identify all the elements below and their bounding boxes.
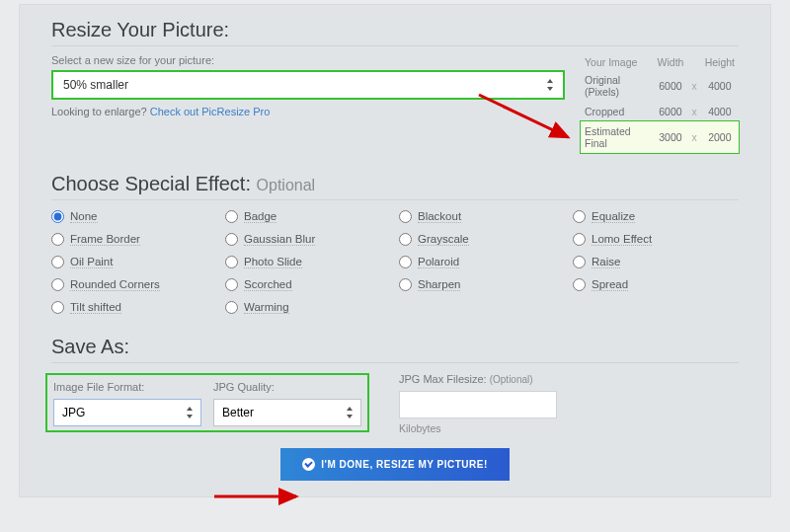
- effect-radio[interactable]: [51, 256, 64, 268]
- dim-label: Estimated Final: [581, 121, 654, 153]
- resize-heading: Resize Your Picture:: [51, 19, 739, 46]
- format-value: JPG: [62, 406, 85, 419]
- effect-radio[interactable]: [51, 233, 64, 246]
- annotation-arrow-icon: [209, 485, 308, 508]
- dim-width: 3000: [654, 121, 688, 153]
- effect-radio[interactable]: [225, 278, 238, 291]
- effect-radio[interactable]: [399, 256, 412, 268]
- size-select[interactable]: 50% smaller: [51, 70, 565, 100]
- effect-option: Sharpen: [399, 278, 565, 291]
- quality-select[interactable]: Better: [213, 399, 361, 426]
- effect-label: Tilt shifted: [70, 301, 121, 314]
- dim-x: x: [687, 102, 700, 121]
- dim-label: Original (Pixels): [581, 70, 654, 102]
- effect-radio[interactable]: [573, 278, 586, 291]
- effect-radio[interactable]: [573, 256, 586, 268]
- table-row: Original (Pixels) 6000 x 4000: [581, 70, 739, 102]
- caret-updown-icon: [347, 407, 353, 418]
- effect-label: Badge: [244, 210, 276, 223]
- dim-height: 2000: [701, 121, 739, 153]
- dim-width: 6000: [654, 102, 688, 121]
- effect-radio[interactable]: [51, 210, 64, 223]
- caret-updown-icon: [547, 79, 553, 91]
- effects-heading-text: Choose Special Effect:: [51, 173, 251, 194]
- dim-col-width: Width: [654, 54, 688, 70]
- effect-radio[interactable]: [573, 210, 586, 223]
- effect-label: Raise: [592, 256, 620, 268]
- effect-radio[interactable]: [51, 278, 64, 291]
- effect-radio[interactable]: [399, 278, 412, 291]
- effect-option: Oil Paint: [51, 256, 217, 268]
- enlarge-link[interactable]: Check out PicResize Pro: [150, 106, 271, 117]
- effect-option: Equalize: [573, 210, 739, 223]
- effect-label: Grayscale: [418, 233, 469, 246]
- table-row: Cropped 6000 x 4000: [581, 102, 739, 121]
- resize-page: Resize Your Picture: Select a new size f…: [19, 4, 771, 497]
- save-highlight-box: Image File Format: JPG JPG Quality: Bett…: [45, 373, 369, 432]
- effect-radio[interactable]: [225, 210, 238, 223]
- dim-col-height: Height: [701, 54, 739, 70]
- effect-option: None: [51, 210, 217, 223]
- check-circle-icon: [302, 458, 315, 471]
- dim-width: 6000: [654, 70, 688, 102]
- kilobytes-label: Kilobytes: [399, 422, 557, 434]
- effect-radio[interactable]: [225, 301, 238, 314]
- effects-heading: Choose Special Effect: Optional: [51, 173, 739, 200]
- effect-radio[interactable]: [399, 210, 412, 223]
- size-select-value: 50% smaller: [63, 78, 128, 92]
- effect-option: Gaussian Blur: [225, 233, 391, 246]
- format-label: Image File Format:: [53, 381, 201, 393]
- dim-x: x: [687, 70, 700, 102]
- maxsize-optional: (Optional): [490, 374, 533, 385]
- table-row-estimated: Estimated Final 3000 x 2000: [581, 121, 739, 153]
- effect-option: Badge: [225, 210, 391, 223]
- effect-label: Equalize: [592, 210, 635, 223]
- effect-label: Warming: [244, 301, 289, 314]
- effects-optional: Optional: [257, 177, 316, 193]
- dim-height: 4000: [701, 102, 739, 121]
- effect-option: Tilt shifted: [51, 301, 217, 314]
- effect-option: Lomo Effect: [573, 233, 739, 246]
- effect-label: Photo Slide: [244, 256, 302, 268]
- effect-option: Warming: [225, 301, 391, 314]
- size-select-label: Select a new size for your picture:: [51, 54, 565, 66]
- quality-label: JPG Quality:: [213, 381, 361, 393]
- save-heading: Save As:: [51, 336, 739, 363]
- effect-option: Photo Slide: [225, 256, 391, 268]
- effect-label: Lomo Effect: [592, 233, 652, 246]
- effect-option: Blackout: [399, 210, 565, 223]
- caret-updown-icon: [187, 407, 193, 418]
- effect-label: Polaroid: [418, 256, 459, 268]
- effect-option: Frame Border: [51, 233, 217, 246]
- dim-x: x: [687, 121, 700, 153]
- submit-button-text: I'M DONE, RESIZE MY PICTURE!: [321, 459, 487, 470]
- effect-label: None: [70, 210, 98, 223]
- dimensions-table: Your Image Width Height Original (Pixels…: [581, 54, 739, 153]
- effect-radio[interactable]: [51, 301, 64, 314]
- effect-label: Oil Paint: [70, 256, 113, 268]
- dim-label: Cropped: [581, 102, 654, 121]
- effect-option: Raise: [573, 256, 739, 268]
- resize-submit-button[interactable]: I'M DONE, RESIZE MY PICTURE!: [280, 448, 509, 481]
- dim-col-image: Your Image: [581, 54, 654, 70]
- effect-label: Sharpen: [418, 278, 460, 291]
- effect-radio[interactable]: [225, 256, 238, 268]
- quality-value: Better: [222, 406, 254, 419]
- effect-radio[interactable]: [573, 233, 586, 246]
- effect-radio[interactable]: [399, 233, 412, 246]
- effect-option: Spread: [573, 278, 739, 291]
- dim-height: 4000: [701, 70, 739, 102]
- effect-label: Blackout: [418, 210, 461, 223]
- effect-label: Scorched: [244, 278, 292, 291]
- effect-radio[interactable]: [225, 233, 238, 246]
- effect-label: Spread: [592, 278, 628, 291]
- maxsize-label: JPG Max Filesize: (Optional): [399, 373, 557, 385]
- maxsize-label-text: JPG Max Filesize:: [399, 373, 487, 385]
- effects-grid: NoneBadgeBlackoutEqualizeFrame BorderGau…: [51, 210, 739, 314]
- effect-label: Frame Border: [70, 233, 140, 246]
- effect-label: Gaussian Blur: [244, 233, 315, 246]
- maxsize-input[interactable]: [399, 391, 557, 418]
- enlarge-text: Looking to enlarge?: [51, 106, 147, 117]
- format-select[interactable]: JPG: [53, 399, 201, 426]
- effect-option: Grayscale: [399, 233, 565, 246]
